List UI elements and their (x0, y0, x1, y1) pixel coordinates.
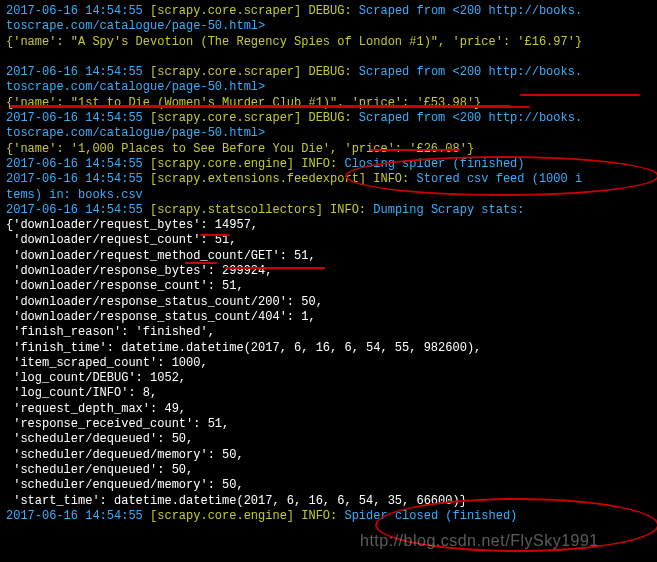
log-line: 2017-06-16 14:54:55 [scrapy.core.engine]… (6, 509, 651, 524)
stats-line: {'downloader/request_bytes': 14957, (6, 218, 651, 233)
scraped-item-line: {'name': '1,000 Places to See Before You… (6, 142, 651, 157)
scraped-item-line: {'name': "1st to Die (Women's Murder Clu… (6, 96, 651, 111)
log-timestamp: 2017-06-16 14:54:55 (6, 203, 150, 217)
log-timestamp: 2017-06-16 14:54:55 (6, 65, 150, 79)
stats-line: 'downloader/request_method_count/GET': 5… (6, 249, 651, 264)
stats-line: 'log_count/INFO': 8, (6, 386, 651, 401)
log-continuation-line: tems) in: books.csv (6, 188, 651, 203)
stats-line: 'response_received_count': 51, (6, 417, 651, 432)
log-category: [scrapy.core.scraper] DEBUG: (150, 111, 352, 125)
log-category: [scrapy.core.engine] INFO: (150, 509, 337, 523)
log-line: 2017-06-16 14:54:55 [scrapy.core.scraper… (6, 65, 651, 80)
log-category: [scrapy.statscollectors] INFO: (150, 203, 366, 217)
stats-line: 'log_count/DEBUG': 1052, (6, 371, 651, 386)
log-message: Stored csv feed (1000 i (409, 172, 582, 186)
log-timestamp: 2017-06-16 14:54:55 (6, 157, 150, 171)
log-line: 2017-06-16 14:54:55 [scrapy.core.scraper… (6, 4, 651, 19)
log-category: [scrapy.extensions.feedexport] INFO: (150, 172, 409, 186)
log-timestamp: 2017-06-16 14:54:55 (6, 4, 150, 18)
log-timestamp: 2017-06-16 14:54:55 (6, 172, 150, 186)
log-message: Scraped from <200 http://books. (352, 65, 582, 79)
log-timestamp: 2017-06-16 14:54:55 (6, 509, 150, 523)
stats-line: 'downloader/response_status_count/404': … (6, 310, 651, 325)
log-message: Scraped from <200 http://books. (352, 111, 582, 125)
blank-line (6, 50, 651, 65)
log-message: Dumping Scrapy stats: (366, 203, 524, 217)
log-line: 2017-06-16 14:54:55 [scrapy.core.scraper… (6, 111, 651, 126)
log-timestamp: 2017-06-16 14:54:55 (6, 111, 150, 125)
stats-line: 'downloader/response_count': 51, (6, 279, 651, 294)
log-line: 2017-06-16 14:54:55 [scrapy.core.engine]… (6, 157, 651, 172)
stats-line: 'item_scraped_count': 1000, (6, 356, 651, 371)
log-category: [scrapy.core.scraper] DEBUG: (150, 65, 352, 79)
stats-line: 'start_time': datetime.datetime(2017, 6,… (6, 494, 651, 509)
stats-line: 'scheduler/dequeued/memory': 50, (6, 448, 651, 463)
log-line: 2017-06-16 14:54:55 [scrapy.statscollect… (6, 203, 651, 218)
log-message: Spider closed (finished) (337, 509, 517, 523)
stats-line: 'finish_reason': 'finished', (6, 325, 651, 340)
log-continuation-line: toscrape.com/catalogue/page-50.html> (6, 80, 651, 95)
log-message: Scraped from <200 http://books. (352, 4, 582, 18)
stats-line: 'scheduler/enqueued/memory': 50, (6, 478, 651, 493)
log-category: [scrapy.core.scraper] DEBUG: (150, 4, 352, 18)
scraped-item-line: {'name': "A Spy's Devotion (The Regency … (6, 35, 651, 50)
log-continuation-line: toscrape.com/catalogue/page-50.html> (6, 126, 651, 141)
log-continuation-line: toscrape.com/catalogue/page-50.html> (6, 19, 651, 34)
stats-line: 'request_depth_max': 49, (6, 402, 651, 417)
stats-line: 'scheduler/dequeued': 50, (6, 432, 651, 447)
stats-line: 'downloader/response_status_count/200': … (6, 295, 651, 310)
stats-line: 'scheduler/enqueued': 50, (6, 463, 651, 478)
terminal-output: 2017-06-16 14:54:55 [scrapy.core.scraper… (0, 0, 657, 562)
stats-line: 'downloader/response_bytes': 299924, (6, 264, 651, 279)
stats-line: 'downloader/request_count': 51, (6, 233, 651, 248)
log-category: [scrapy.core.engine] INFO: (150, 157, 337, 171)
log-message: Closing spider (finished) (337, 157, 524, 171)
stats-line: 'finish_time': datetime.datetime(2017, 6… (6, 341, 651, 356)
log-line: 2017-06-16 14:54:55 [scrapy.extensions.f… (6, 172, 651, 187)
